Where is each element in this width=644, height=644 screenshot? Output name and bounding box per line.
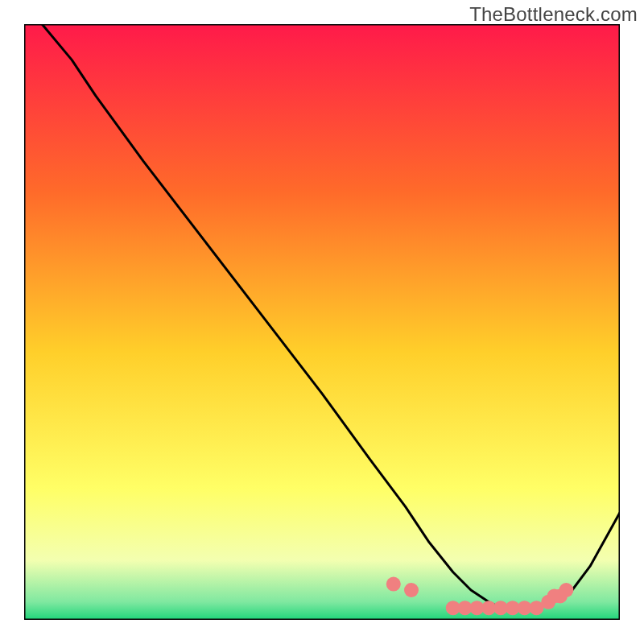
gradient-background	[24, 24, 620, 620]
plot-area	[24, 24, 620, 620]
chart-svg	[24, 24, 620, 620]
watermark-text: TheBottleneck.com	[469, 3, 638, 26]
valley-marker	[386, 577, 401, 592]
valley-marker	[404, 583, 419, 597]
chart-container: TheBottleneck.com	[0, 0, 644, 644]
valley-marker	[559, 583, 573, 597]
